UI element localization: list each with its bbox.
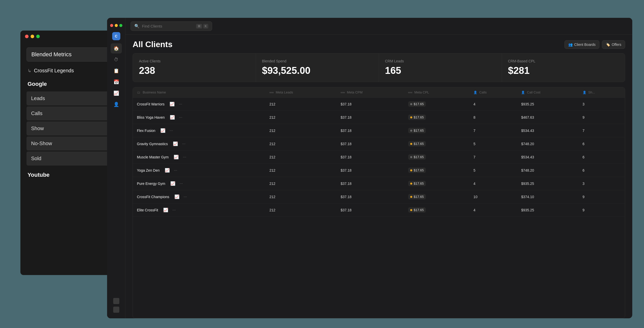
- trend-icon-5[interactable]: 📈: [164, 167, 171, 173]
- offers-button[interactable]: 🏷️ Offers: [602, 40, 625, 49]
- stat-active-clients-label: Active Clients: [139, 59, 250, 63]
- cell-extra: 3: [578, 177, 625, 190]
- cell-meta-cpl: $17.65: [404, 203, 470, 217]
- cell-calls: 8: [469, 111, 517, 124]
- sidebar-tl-green[interactable]: [119, 24, 122, 27]
- sidebar-item-timer[interactable]: ⏱: [111, 54, 122, 65]
- search-shortcut: ⌘ K: [196, 24, 208, 29]
- cell-meta-leads: 212: [265, 190, 337, 203]
- cell-extra: 3: [578, 98, 625, 111]
- trend-icon-2[interactable]: 📈: [159, 128, 166, 133]
- cell-call-cost: $748.20: [517, 164, 578, 177]
- cell-calls: 4: [469, 98, 517, 111]
- table-row[interactable]: Pure Energy Gym 📈 ··· 212 $37.18 $17.65 …: [133, 177, 625, 190]
- stat-active-clients-value: 238: [139, 65, 250, 76]
- trend-icon-0[interactable]: 📈: [169, 101, 176, 107]
- sidebar-item-box1[interactable]: [113, 298, 119, 304]
- sidebar-item-chart[interactable]: 📈: [111, 88, 122, 98]
- cell-meta-cpm: $37.18: [337, 164, 404, 177]
- tl-yellow[interactable]: [31, 35, 34, 38]
- arrow-icon: ↳: [28, 68, 31, 74]
- cell-call-cost: $467.63: [517, 111, 578, 124]
- table-row[interactable]: Yoga Zen Den 📈 ··· 212 $37.18 $17.65 5 $…: [133, 164, 625, 177]
- table-header-row: 🗂 Business Name ∞∞ Meta Leads ∞∞ Meta CP…: [133, 87, 625, 98]
- cell-business-name: Yoga Zen Den 📈 ···: [133, 164, 265, 177]
- tl-red[interactable]: [25, 35, 29, 38]
- col-meta-cpm[interactable]: ∞∞ Meta CPM: [337, 87, 404, 98]
- more-icon-3[interactable]: ···: [181, 141, 186, 147]
- sidebar-tl-yellow[interactable]: [115, 24, 118, 27]
- client-boards-icon: 👥: [568, 43, 573, 47]
- more-icon-8[interactable]: ···: [171, 207, 177, 213]
- clients-table: 🗂 Business Name ∞∞ Meta Leads ∞∞ Meta CP…: [133, 87, 625, 217]
- cell-extra: 6: [578, 164, 625, 177]
- sidebar-item-home[interactable]: 🏠: [111, 43, 122, 53]
- col-calls[interactable]: 👤 Calls: [469, 87, 517, 98]
- cell-extra: 9: [578, 111, 625, 124]
- shortcut-cmd: ⌘: [196, 24, 202, 29]
- col-extra[interactable]: 👤 Sh...: [578, 87, 625, 98]
- cell-call-cost: $935.25: [517, 177, 578, 190]
- more-icon-0[interactable]: ···: [178, 101, 183, 107]
- cell-business-name: Muscle Master Gym 📈 ···: [133, 151, 265, 164]
- cell-meta-cpl: $17.65: [404, 111, 470, 124]
- cell-call-cost: $748.20: [517, 137, 578, 151]
- search-box[interactable]: 🔍 ⌘ K: [131, 21, 212, 31]
- table-row[interactable]: Bliss Yoga Haven 📈 ··· 212 $37.18 $17.65…: [133, 111, 625, 124]
- table-row[interactable]: CrossFit Champions 📈 ··· 212 $37.18 $17.…: [133, 190, 625, 203]
- col-call-cost[interactable]: 👤 Call Cost: [517, 87, 578, 98]
- clients-table-container[interactable]: 🗂 Business Name ∞∞ Meta Leads ∞∞ Meta CP…: [133, 87, 625, 318]
- cell-meta-leads: 212: [265, 164, 337, 177]
- sidebar-item-list[interactable]: 📋: [111, 66, 122, 76]
- sidebar-item-calendar[interactable]: 📅: [111, 77, 122, 87]
- more-icon-2[interactable]: ···: [169, 128, 174, 133]
- cell-meta-cpl: $17.65: [404, 177, 470, 190]
- trend-icon-4[interactable]: 📈: [173, 154, 180, 160]
- tl-green[interactable]: [36, 35, 40, 38]
- cell-calls: 10: [469, 190, 517, 203]
- trend-icon-8[interactable]: 📈: [162, 207, 169, 213]
- cell-extra: 6: [578, 151, 625, 164]
- cpl-dot-4: [410, 156, 412, 158]
- cell-extra: 9: [578, 190, 625, 203]
- more-icon-4[interactable]: ···: [182, 154, 187, 160]
- trend-icon-1[interactable]: 📈: [169, 114, 176, 120]
- stat-crm-cpl-value: $281: [508, 65, 619, 76]
- col-meta-leads[interactable]: ∞∞ Meta Leads: [265, 87, 337, 98]
- page-header: All Clients 👥 Client Boards 🏷️ Offers: [125, 35, 632, 53]
- sidebar-avatar[interactable]: C: [112, 32, 120, 40]
- col-business-name[interactable]: 🗂 Business Name: [133, 87, 265, 98]
- cpl-dot-2: [410, 130, 412, 132]
- col-meta-cpl[interactable]: ∞∞ Meta CPL: [404, 87, 470, 98]
- more-icon-1[interactable]: ···: [178, 115, 183, 120]
- cell-business-name: Bliss Yoga Haven 📈 ···: [133, 111, 265, 124]
- cell-meta-cpm: $37.18: [337, 190, 404, 203]
- more-icon-6[interactable]: ···: [178, 181, 184, 186]
- table-row[interactable]: Muscle Master Gym 📈 ··· 212 $37.18 $17.6…: [133, 151, 625, 164]
- cpl-dot-3: [410, 143, 412, 145]
- cpl-dot-6: [410, 183, 412, 185]
- table-row[interactable]: Flex Fusion 📈 ··· 212 $37.18 $17.65 7 $5…: [133, 124, 625, 137]
- trend-icon-7[interactable]: 📈: [173, 194, 181, 200]
- crossfit-label: CrossFit Legends: [34, 68, 74, 74]
- more-icon-5[interactable]: ···: [173, 168, 178, 173]
- table-row[interactable]: Elite CrossFit 📈 ··· 212 $37.18 $17.65 4…: [133, 203, 625, 217]
- client-boards-button[interactable]: 👥 Client Boards: [564, 40, 599, 49]
- trend-icon-3[interactable]: 📈: [172, 141, 179, 147]
- trend-icon-6[interactable]: 📈: [169, 181, 176, 186]
- table-body: CrossFit Warriors 📈 ··· 212 $37.18 $17.6…: [133, 98, 625, 217]
- client-boards-label: Client Boards: [574, 43, 596, 47]
- sidebar-item-users[interactable]: 👤: [111, 99, 122, 110]
- cell-extra: 9: [578, 203, 625, 217]
- search-input[interactable]: [142, 24, 188, 28]
- sidebar-item-box2[interactable]: [113, 307, 119, 313]
- sidebar-tl-red[interactable]: [110, 24, 113, 27]
- cell-meta-cpl: $17.65: [404, 98, 470, 111]
- cell-meta-cpm: $37.18: [337, 151, 404, 164]
- table-row[interactable]: Gravity Gymnastics 📈 ··· 212 $37.18 $17.…: [133, 137, 625, 151]
- table-row[interactable]: CrossFit Warriors 📈 ··· 212 $37.18 $17.6…: [133, 98, 625, 111]
- more-icon-7[interactable]: ···: [183, 194, 188, 200]
- cell-meta-cpl: $17.65: [404, 137, 470, 151]
- cell-call-cost: $935.25: [517, 203, 578, 217]
- cell-calls: 4: [469, 203, 517, 217]
